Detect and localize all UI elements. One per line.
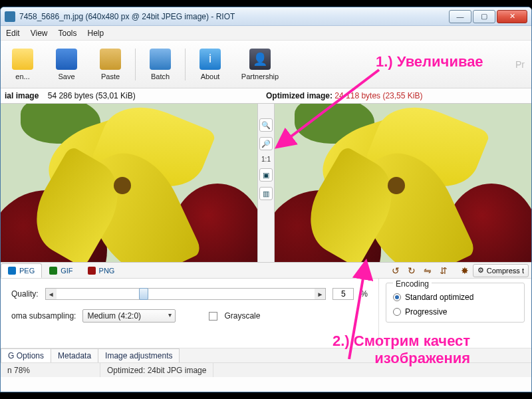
fit-window-button[interactable]: ▣ [259,168,273,182]
title-bar: 7458_5686_m.jpg (640x480 px @ 24bit JPEG… [1,7,531,26]
original-image-pane[interactable] [1,104,257,262]
original-bytes: 54 286 bytes (53,01 KiB) [48,91,136,100]
compress-label: Compress t [487,267,524,275]
external-editor-button[interactable]: ✸ [458,264,472,277]
zoom-in-button[interactable]: 🔍 [259,118,273,132]
close-button[interactable]: ✕ [497,10,527,23]
slider-right-arrow[interactable]: ► [315,289,325,299]
tab-metadata[interactable]: Metadata [51,348,98,362]
encoding-title: Encoding [393,279,432,289]
about-label: About [201,72,220,80]
tab-gif-label: GIF [61,267,72,275]
menu-help[interactable]: Help [88,29,104,38]
status-optimized: Optimized: 24bit JPG image [100,363,213,377]
chroma-value: Medium (4:2:0) [87,311,141,321]
tab-jpg-options[interactable]: G Options [1,348,51,362]
flip-v-button[interactable]: ⇵ [436,264,451,277]
status-bar: n 78% Optimized: 24bit JPG image [1,362,531,377]
gif-icon [49,267,57,275]
zoom-1to1-label[interactable]: 1:1 [261,156,271,163]
size-info-strip: ial image 54 286 bytes (53,01 KiB) Optim… [1,88,531,103]
optimized-image-pane[interactable] [275,104,531,262]
paste-label: Paste [101,72,120,80]
partnership-label: Partnership [241,72,279,80]
save-icon [56,49,77,70]
quality-slider[interactable]: ◄ ► [45,288,327,300]
compress-icon: ⚙ [477,266,484,275]
zoom-tools-column: 🔍 🔎 1:1 ▣ ▥ [257,104,275,262]
encoding-standard-label: Standard optimized [405,293,473,302]
bottom-tabs: G Options Metadata Image adjustments [1,348,531,362]
paste-button[interactable]: Paste [88,42,132,87]
chroma-subsampling-combo[interactable]: Medium (4:2:0) [82,309,176,323]
tab-jpeg[interactable]: PEG [1,263,42,278]
toolbar-separator [185,49,186,80]
app-window: 7458_5686_m.jpg (640x480 px @ 24bit JPEG… [0,7,532,392]
toolbar-separator [135,49,136,80]
tab-gif[interactable]: GIF [42,263,80,278]
window-title: 7458_5686_m.jpg (640x480 px @ 24bit JPEG… [19,12,448,21]
info-icon: i [200,49,221,70]
encoding-progressive-radio[interactable] [393,308,401,316]
dual-view-button[interactable]: ▥ [259,187,273,200]
menu-bar: Edit View Tools Help [1,26,531,41]
grayscale-checkbox[interactable] [209,312,217,321]
encoding-progressive-label: Progressive [405,307,447,317]
tab-png[interactable]: PNG [80,263,122,278]
person-icon: 👤 [249,49,271,70]
chroma-label: oma subsampling: [11,311,76,321]
minimize-button[interactable]: — [449,10,471,23]
open-label: en... [15,72,29,80]
menu-view[interactable]: View [31,29,48,38]
jpeg-icon [8,267,16,275]
grayscale-label: Grayscale [224,311,260,321]
image-compare-area: 🔍 🔎 1:1 ▣ ▥ [1,103,531,263]
batch-icon [150,49,171,70]
tab-jpeg-label: PEG [19,267,35,275]
maximize-button[interactable]: ▢ [473,10,495,23]
jpeg-settings-panel: Quality: ◄ ► % oma subsampling: Medium (… [1,279,531,348]
status-zoom: n 78% [1,363,100,377]
batch-label: Batch [151,72,170,80]
toolbar-right-hint: Pr [515,59,525,70]
folder-open-icon [12,49,33,70]
quality-value-input[interactable] [332,288,354,300]
open-button[interactable]: en... [1,42,45,87]
app-icon [5,11,15,22]
optimized-bytes: 24 118 bytes (23,55 KiB) [334,91,422,100]
encoding-fieldset: Encoding Standard optimized Progressive [386,283,525,323]
tab-png-label: PNG [99,267,115,275]
png-icon [88,267,96,275]
partnership-button[interactable]: 👤 Partnership [232,42,288,87]
quality-label: Quality: [11,289,39,299]
optimized-label: Optimized image: [266,91,332,100]
menu-tools[interactable]: Tools [58,29,76,38]
compress-to-size-button[interactable]: ⚙ Compress t [473,264,529,277]
clipboard-icon [100,49,121,70]
slider-left-arrow[interactable]: ◄ [46,289,57,299]
tab-image-adjustments[interactable]: Image adjustments [98,348,180,362]
toolbar: en... Save Paste Batch i About 👤 [1,41,531,88]
rotate-cw-button[interactable]: ↻ [404,264,419,277]
quality-percent: % [360,289,368,299]
zoom-out-button[interactable]: 🔎 [259,137,273,150]
menu-edit[interactable]: Edit [6,29,20,38]
about-button[interactable]: i About [188,42,232,87]
original-label: ial image [5,91,39,100]
save-label: Save [58,72,74,80]
batch-button[interactable]: Batch [138,42,182,87]
rotate-ccw-button[interactable]: ↺ [388,264,403,277]
format-tab-row: PEG GIF PNG ↺ ↻ ⇋ ⇵ ✸ ⚙ Compress t [1,263,531,279]
encoding-standard-radio[interactable] [393,293,401,301]
flip-h-button[interactable]: ⇋ [420,264,435,277]
save-button[interactable]: Save [45,42,88,87]
